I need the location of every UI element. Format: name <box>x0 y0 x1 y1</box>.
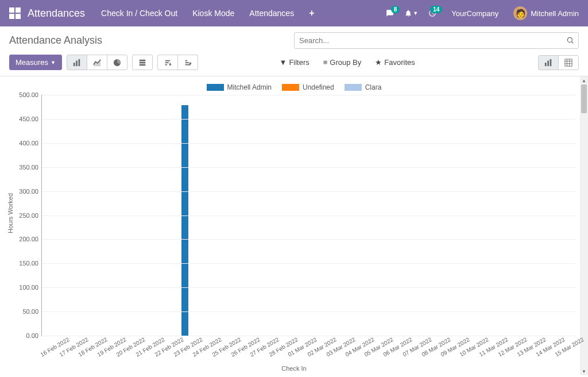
nav-link-kiosk[interactable]: Kiosk Mode <box>192 9 234 18</box>
app-brand[interactable]: Attendances <box>28 7 85 20</box>
svg-rect-3 <box>76 60 78 66</box>
messages-icon[interactable]: 8 <box>386 9 394 17</box>
svg-rect-2 <box>74 63 75 66</box>
legend-label: Undefined <box>303 83 334 91</box>
legend-swatch <box>345 84 362 91</box>
y-tick-label: 0.00 <box>26 332 42 339</box>
filters-label: Filters <box>289 58 309 67</box>
chart-type-group <box>67 55 127 70</box>
stack-group <box>132 55 153 70</box>
messages-badge: 8 <box>391 6 400 13</box>
activities-icon[interactable]: 14 <box>428 9 436 17</box>
gridline <box>42 143 575 144</box>
groupby-icon: ≡ <box>323 58 328 67</box>
chart-container: ▲ ▼ Mitchell AdminUndefinedClara Hours W… <box>0 76 588 375</box>
legend-label: Clara <box>365 83 382 91</box>
username-label: Mitchell Admin <box>531 9 579 18</box>
measures-button[interactable]: Measures ▼ <box>9 55 62 70</box>
user-menu[interactable]: 🧑 Mitchell Admin <box>513 6 579 20</box>
sort-asc-button[interactable] <box>177 55 198 70</box>
sort-group <box>157 55 198 70</box>
view-switcher <box>538 55 579 70</box>
gridline <box>42 239 575 240</box>
gridline <box>42 216 575 216</box>
y-tick-label: 350.00 <box>19 164 42 171</box>
bar-chart-button[interactable] <box>67 55 87 70</box>
y-tick-label: 400.00 <box>19 140 42 147</box>
svg-line-1 <box>572 42 574 44</box>
caret-down-icon: ▼ <box>51 60 56 66</box>
gridline <box>42 191 575 192</box>
star-icon: ★ <box>375 58 382 67</box>
pie-chart-button[interactable] <box>107 55 127 70</box>
gridline <box>42 287 575 288</box>
gridline <box>42 167 575 168</box>
svg-rect-6 <box>140 59 146 61</box>
x-axis-ticks: 16 Feb 202217 Feb 202218 Feb 202219 Feb … <box>41 336 575 365</box>
favorites-menu[interactable]: ★ Favorites <box>369 55 420 70</box>
groupby-menu[interactable]: ≡ Group By <box>318 55 368 70</box>
svg-rect-8 <box>140 64 146 66</box>
y-tick-label: 300.00 <box>19 188 42 195</box>
main-navbar: Attendances Check In / Check Out Kiosk M… <box>0 0 588 26</box>
legend-swatch <box>282 84 299 91</box>
svg-rect-11 <box>550 59 552 66</box>
control-panel: Attendance Analysis Measures ▼ <box>0 26 588 70</box>
gridline <box>42 311 575 312</box>
groupby-label: Group By <box>330 58 361 67</box>
y-tick-label: 200.00 <box>19 236 42 243</box>
stacked-button[interactable] <box>132 55 153 70</box>
gridline <box>42 95 575 95</box>
scroll-up-icon[interactable]: ▲ <box>580 76 588 84</box>
chart-legend: Mitchell AdminUndefinedClara <box>7 83 581 91</box>
y-axis-label: Hours Worked <box>7 193 14 233</box>
svg-rect-4 <box>79 59 80 66</box>
plot-area: 0.0050.00100.00150.00200.00250.00300.003… <box>41 95 575 336</box>
legend-label: Mitchell Admin <box>227 83 272 91</box>
filter-icon: ▼ <box>280 58 287 67</box>
gridline <box>42 263 575 264</box>
avatar: 🧑 <box>513 6 527 20</box>
legend-item[interactable]: Mitchell Admin <box>207 83 272 91</box>
y-tick-label: 150.00 <box>19 260 42 267</box>
apps-icon[interactable] <box>9 7 21 19</box>
x-axis-label: Check In <box>7 365 581 372</box>
legend-item[interactable]: Clara <box>345 83 382 91</box>
scroll-down-icon[interactable]: ▼ <box>580 367 588 375</box>
company-switcher[interactable]: YourCompany <box>451 9 498 18</box>
scrollbar-thumb[interactable] <box>581 84 587 113</box>
nav-link-add[interactable]: + <box>309 8 314 18</box>
page-title: Attendance Analysis <box>9 34 294 47</box>
notifications-icon[interactable]: ▼ <box>404 9 418 17</box>
measures-label: Measures <box>16 58 48 67</box>
legend-swatch <box>207 84 224 91</box>
svg-rect-9 <box>545 63 547 66</box>
svg-point-0 <box>567 37 572 42</box>
scrollbar[interactable]: ▲ ▼ <box>580 76 588 375</box>
pivot-view-button[interactable] <box>558 55 579 70</box>
line-chart-button[interactable] <box>87 55 107 70</box>
nav-link-checkin[interactable]: Check In / Check Out <box>101 9 177 18</box>
y-tick-label: 100.00 <box>19 284 42 291</box>
nav-link-attendances[interactable]: Attendances <box>249 9 294 18</box>
search-input[interactable] <box>294 32 579 49</box>
svg-rect-7 <box>140 61 146 63</box>
svg-rect-12 <box>565 59 572 66</box>
search-icon[interactable] <box>566 36 574 46</box>
filters-menu[interactable]: ▼ Filters <box>274 55 315 70</box>
bar[interactable] <box>181 105 188 336</box>
gridline <box>42 119 575 120</box>
legend-item[interactable]: Undefined <box>282 83 334 91</box>
graph-view-button[interactable] <box>538 55 559 70</box>
y-tick-label: 450.00 <box>19 116 42 122</box>
y-tick-label: 250.00 <box>19 212 42 219</box>
svg-rect-10 <box>547 60 549 66</box>
y-tick-label: 50.00 <box>22 308 42 315</box>
favorites-label: Favorites <box>384 58 415 67</box>
activities-badge: 14 <box>430 6 442 13</box>
sort-desc-button[interactable] <box>157 55 178 70</box>
y-tick-label: 500.00 <box>19 91 42 98</box>
